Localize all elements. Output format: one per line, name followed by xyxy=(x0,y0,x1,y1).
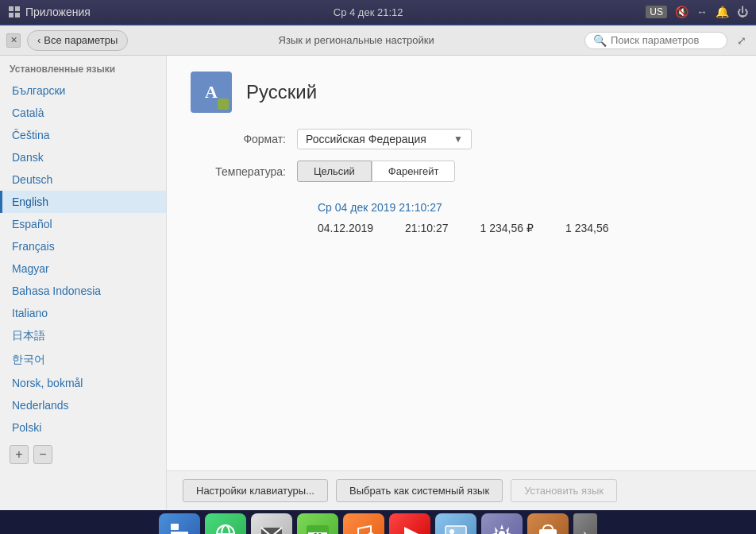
svg-rect-0 xyxy=(9,6,14,11)
grid-icon xyxy=(8,6,21,18)
svg-rect-1 xyxy=(15,6,20,11)
language-icon: A xyxy=(191,72,232,113)
preview-currency: 1 234,56 ₽ xyxy=(480,222,534,234)
taskbar-left: Приложения xyxy=(8,6,91,18)
svg-point-7 xyxy=(222,525,230,534)
temperature-buttons: Цельсий Фаренгейт xyxy=(297,161,455,182)
svg-rect-3 xyxy=(15,13,20,17)
main-panel: A Русский Формат: Российская Федерация ▼… xyxy=(167,56,756,510)
sidebar-item-norsk[interactable]: Norsk, bokmål xyxy=(0,372,166,394)
language-title: Русский xyxy=(246,81,317,103)
svg-rect-16 xyxy=(446,526,466,534)
search-box[interactable]: 🔍 xyxy=(584,32,727,49)
keyboard-settings-button[interactable]: Настройки клавиатуры... xyxy=(183,479,328,502)
format-dropdown[interactable]: Российская Федерация ▼ xyxy=(297,129,472,149)
format-label: Формат: xyxy=(191,133,286,145)
sidebar-footer: + − xyxy=(0,439,166,470)
search-input[interactable] xyxy=(611,34,722,46)
sidebar-item-nederlands[interactable]: Nederlands xyxy=(0,394,166,416)
temperature-label: Температура: xyxy=(191,165,286,178)
set-system-language-button[interactable]: Выбрать как системный язык xyxy=(336,479,503,502)
back-button[interactable]: ‹ Все параметры xyxy=(27,30,128,51)
settings-area: Формат: Российская Федерация ▼ Температу… xyxy=(167,121,756,470)
sidebar-item-catala[interactable]: Català xyxy=(0,102,166,124)
add-language-button[interactable]: + xyxy=(10,445,29,464)
dock-browser-icon[interactable] xyxy=(205,513,246,534)
bluetooth-icon[interactable]: ↔ xyxy=(696,6,708,18)
sidebar-item-bahasa[interactable]: Bahasa Indonesia xyxy=(0,280,166,302)
window-chrome: ✕ ‹ Все параметры Язык и региональные на… xyxy=(0,25,756,56)
format-value: Российская Федерация xyxy=(306,133,426,145)
svg-rect-11 xyxy=(307,526,328,532)
svg-marker-15 xyxy=(404,527,418,534)
sidebar-item-polski[interactable]: Polski xyxy=(0,416,166,439)
sidebar-item-korean[interactable]: 한국어 xyxy=(0,348,166,372)
taskbar-bottom: 28 › xyxy=(0,510,756,534)
svg-rect-4 xyxy=(171,524,179,530)
svg-rect-2 xyxy=(9,13,14,17)
dock-video-icon[interactable] xyxy=(389,513,430,534)
sidebar-item-dansk[interactable]: Dansk xyxy=(0,146,166,168)
install-language-button[interactable]: Установить язык xyxy=(511,479,617,502)
dock-mail-icon[interactable] xyxy=(251,513,292,534)
window-title: Язык и региональные настройки xyxy=(134,34,578,46)
dock-store-icon[interactable] xyxy=(527,513,569,534)
sidebar-item-magyar[interactable]: Magyar xyxy=(0,257,166,280)
temperature-row: Температура: Цельсий Фаренгейт xyxy=(191,161,732,182)
app-label: Приложения xyxy=(25,6,91,18)
taskbar-top: Приложения Ср 4 дек 21:12 US 🔇 ↔ 🔔 ⏻ xyxy=(0,0,756,24)
preview-datetime: Ср 04 дек 2019 21:10:27 xyxy=(318,201,708,214)
fahrenheit-button[interactable]: Фаренгейт xyxy=(372,161,456,182)
dock-more-icon[interactable]: › xyxy=(573,513,597,534)
dropdown-arrow-icon: ▼ xyxy=(453,134,463,145)
search-icon: 🔍 xyxy=(593,34,607,47)
svg-point-6 xyxy=(217,525,234,534)
celsius-button[interactable]: Цельсий xyxy=(297,161,372,182)
sidebar-item-espanol[interactable]: Español xyxy=(0,213,166,235)
power-icon[interactable]: ⏻ xyxy=(737,6,748,18)
keyboard-badge[interactable]: US xyxy=(646,6,667,18)
taskbar-datetime: Ср 4 дек 21:12 xyxy=(334,6,403,18)
preview-area: Ср 04 дек 2019 21:10:27 04.12.2019 21:10… xyxy=(191,193,732,242)
sidebar-item-bulgarian[interactable]: Български xyxy=(0,79,166,102)
sidebar: Установленные языки Български Català Češ… xyxy=(0,56,167,510)
preview-number: 1 234,56 xyxy=(565,222,609,234)
content-area: Установленные языки Български Català Češ… xyxy=(0,56,756,510)
maximize-button[interactable]: ⤢ xyxy=(734,33,750,48)
mute-icon[interactable]: 🔇 xyxy=(675,6,688,18)
notification-icon[interactable]: 🔔 xyxy=(716,6,729,18)
language-header: A Русский xyxy=(167,56,756,121)
sidebar-item-deutsch[interactable]: Deutsch xyxy=(0,168,166,191)
preview-time: 21:10:27 xyxy=(405,222,449,234)
close-button[interactable]: ✕ xyxy=(6,33,21,48)
sidebar-item-english[interactable]: English xyxy=(0,191,166,213)
sidebar-header: Установленные языки xyxy=(0,56,166,79)
dock-calendar-icon[interactable]: 28 xyxy=(297,513,338,534)
sidebar-item-italiano[interactable]: Italiano xyxy=(0,302,166,324)
dock-settings-icon[interactable] xyxy=(481,513,523,534)
chevron-left-icon: ‹ xyxy=(37,34,40,46)
taskbar-right: US 🔇 ↔ 🔔 ⏻ xyxy=(646,6,748,18)
format-row: Формат: Российская Федерация ▼ xyxy=(191,129,732,149)
sidebar-item-cestina[interactable]: Čeština xyxy=(0,124,166,146)
window: ✕ ‹ Все параметры Язык и региональные на… xyxy=(0,25,756,510)
sidebar-item-japanese[interactable]: 日本語 xyxy=(0,324,166,348)
svg-rect-20 xyxy=(539,529,557,534)
dock-files-icon[interactable] xyxy=(159,513,200,534)
svg-point-19 xyxy=(499,531,505,534)
sidebar-item-francais[interactable]: Français xyxy=(0,235,166,257)
bottom-bar: Настройки клавиатуры... Выбрать как сист… xyxy=(167,470,756,510)
preview-row: 04.12.2019 21:10:27 1 234,56 ₽ 1 234,56 xyxy=(318,222,708,234)
remove-language-button[interactable]: − xyxy=(33,445,52,464)
dock-music-icon[interactable] xyxy=(343,513,384,534)
arrow-icon: › xyxy=(583,526,588,535)
preview-date: 04.12.2019 xyxy=(318,222,373,234)
dock-photos-icon[interactable] xyxy=(435,513,476,534)
